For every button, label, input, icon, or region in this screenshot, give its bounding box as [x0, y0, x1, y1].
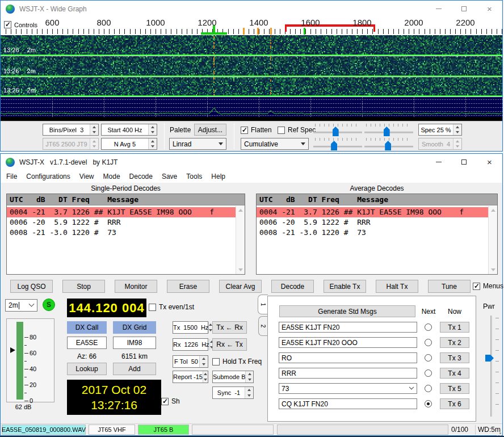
scrollbar[interactable]	[236, 206, 245, 274]
button-tune[interactable]: Tune	[428, 280, 471, 293]
pwr-slider-handle[interactable]	[485, 355, 494, 362]
lookup-button[interactable]: Lookup	[67, 363, 107, 375]
scroll-down-icon[interactable]	[491, 268, 495, 271]
tx1-next-radio[interactable]	[425, 323, 432, 331]
decode-row[interactable]: 0004 -21 3.7 1226 ## K1JT EA5SE IM98 OOO…	[257, 207, 488, 217]
button-erase[interactable]: Erase	[167, 280, 209, 293]
menu-mode[interactable]: Mode	[99, 171, 125, 182]
decode-row[interactable]: 0006 -20 5.9 1222 # RRR	[257, 217, 488, 228]
ref-spec-checkbox[interactable]: Ref Spec	[278, 126, 316, 134]
tx4-message-field[interactable]: RRR	[279, 368, 417, 379]
menus-checkbox[interactable]: Menus	[473, 282, 503, 290]
tx2-next-radio[interactable]	[425, 339, 432, 346]
dx-call-button[interactable]: DX Call	[67, 321, 107, 334]
generate-std-msgs-button[interactable]: Generate Std Msgs	[279, 305, 415, 317]
decode-row[interactable]: 0006 -20 5.9 1222 # RRR	[7, 217, 236, 228]
tab-2[interactable]: 2	[258, 316, 268, 336]
tab-1[interactable]: 1	[258, 295, 268, 314]
spec-percent-spinner[interactable]: Spec 25 %	[418, 124, 462, 136]
f-tol-spinner[interactable]: F Tol 50	[173, 355, 208, 368]
tx5-next-radio[interactable]	[425, 385, 432, 392]
tx2-now-button[interactable]: Tx 2	[440, 337, 469, 348]
sh-checkbox[interactable]: Sh	[161, 397, 180, 405]
menu-tools[interactable]: Tools	[182, 171, 207, 182]
tx3-next-radio[interactable]	[425, 354, 432, 362]
menu-help[interactable]: Help	[207, 171, 230, 182]
scroll-up-icon[interactable]	[238, 209, 243, 212]
scroll-down-icon[interactable]	[238, 268, 243, 271]
status-s-button[interactable]: S	[43, 299, 55, 311]
menu-configurations[interactable]: Configurations	[22, 171, 74, 182]
tx5-message-field[interactable]: 73	[279, 383, 417, 394]
menu-file[interactable]: File	[2, 171, 22, 182]
scrollbar[interactable]	[488, 206, 497, 274]
close-button[interactable]: ×	[477, 1, 502, 17]
gain-slider-2[interactable]	[313, 137, 362, 151]
button-enable-tx[interactable]: Enable Tx	[324, 280, 366, 293]
flatten-checkbox[interactable]: Flatten	[241, 126, 272, 134]
dx-call-field[interactable]: EA5SE	[67, 337, 107, 349]
menu-view[interactable]: View	[75, 171, 99, 182]
smooth-spinner: Smooth 4	[418, 138, 462, 150]
tx4-next-radio[interactable]	[425, 369, 432, 377]
submode-spinner[interactable]: Submode B	[212, 371, 254, 383]
tx-freq-spinner[interactable]: Tx 1500 Hz	[173, 321, 208, 334]
sh-label: Sh	[171, 397, 180, 405]
button-decode[interactable]: Decode	[271, 280, 314, 293]
scroll-up-icon[interactable]	[491, 209, 495, 212]
hold-tx-freq-checkbox[interactable]: Hold Tx Freq	[212, 358, 262, 365]
zero-slider-2[interactable]	[364, 137, 413, 151]
tx6-now-button[interactable]: Tx 6	[440, 398, 469, 409]
tx5-now-button[interactable]: Tx 5	[440, 383, 469, 394]
maximize-button[interactable]	[451, 154, 477, 170]
freq-label-600: 600	[45, 18, 59, 27]
tx6-message-field[interactable]: CQ K1JT FN20	[279, 398, 417, 409]
sync-spinner[interactable]: Sync -1	[212, 386, 254, 399]
button-clear-avg[interactable]: Clear Avg	[219, 280, 262, 293]
tx-from-rx-button[interactable]: Tx ← Rx	[212, 321, 247, 334]
report-spinner[interactable]: Report -15	[173, 371, 208, 383]
button-monitor[interactable]: Monitor	[115, 280, 157, 293]
decode-row[interactable]: 0008 -21 -3.0 1220 # 73	[257, 228, 488, 238]
menu-decode[interactable]: Decode	[125, 171, 157, 182]
bins-pixel-spinner[interactable]: Bins/Pixel 3	[43, 124, 99, 136]
add-button[interactable]: Add	[113, 363, 156, 375]
band-combo[interactable]: 2m	[5, 299, 37, 312]
waterfall-spectrum-canvas[interactable]	[1, 35, 502, 121]
button-halt-tx[interactable]: Halt Tx	[376, 280, 418, 293]
maximize-button[interactable]	[451, 1, 477, 17]
tx2-message-field[interactable]: EA5SE K1JT FN20 OOO	[279, 337, 417, 348]
decode-row[interactable]: 0008 -21 -3.0 1220 # 73	[7, 228, 236, 238]
gain-slider-1[interactable]	[313, 123, 362, 137]
dx-grid-field[interactable]: IM98	[113, 337, 156, 349]
tx-even-checkbox[interactable]: Tx even/1st	[149, 303, 194, 311]
meter-tick	[24, 369, 28, 369]
start-freq-spinner[interactable]: Start 400 Hz	[101, 124, 157, 136]
dx-grid-button[interactable]: DX Grid	[113, 321, 156, 334]
controls-checkbox[interactable]: Controls	[4, 21, 37, 28]
pwr-slider[interactable]	[484, 316, 500, 417]
rx-from-tx-button[interactable]: Rx ← Tx	[212, 338, 247, 351]
button-stop[interactable]: Stop	[62, 280, 105, 293]
adjust-button[interactable]: Adjust...	[194, 124, 226, 136]
tx4-now-button[interactable]: Tx 4	[440, 368, 469, 379]
menu-save[interactable]: Save	[157, 171, 182, 182]
minimize-button[interactable]	[426, 1, 451, 17]
frequency-scale[interactable]: 6008001000120014001600180020002200 Contr…	[1, 17, 502, 35]
tx1-now-button[interactable]: Tx 1	[440, 322, 469, 333]
tx6-next-radio[interactable]	[425, 400, 432, 407]
palette-combo[interactable]: Linrad	[169, 138, 226, 150]
tx1-message-field[interactable]: EA5SE K1JT FN20	[279, 322, 417, 333]
minimize-button[interactable]	[426, 154, 451, 170]
spectrum-mode-combo[interactable]: Cumulative	[241, 138, 309, 150]
button-log-qso[interactable]: Log QSO	[10, 280, 53, 293]
decode-row[interactable]: 0004 -21 3.7 1226 ## K1JT EA5SE IM98 OOO…	[7, 207, 236, 217]
tx3-message-field[interactable]: RO	[279, 352, 417, 363]
n-avg-spinner[interactable]: N Avg 5	[101, 138, 157, 150]
rx-freq-spinner[interactable]: Rx 1226 Hz	[173, 338, 208, 351]
zero-slider-1[interactable]	[364, 123, 413, 137]
close-button[interactable]: ×	[477, 154, 502, 170]
tx3-now-button[interactable]: Tx 3	[440, 352, 469, 363]
resize-grip[interactable]	[499, 432, 501, 434]
wav-file-indicator: EA5SE_050819_000800.WAV	[2, 425, 86, 435]
